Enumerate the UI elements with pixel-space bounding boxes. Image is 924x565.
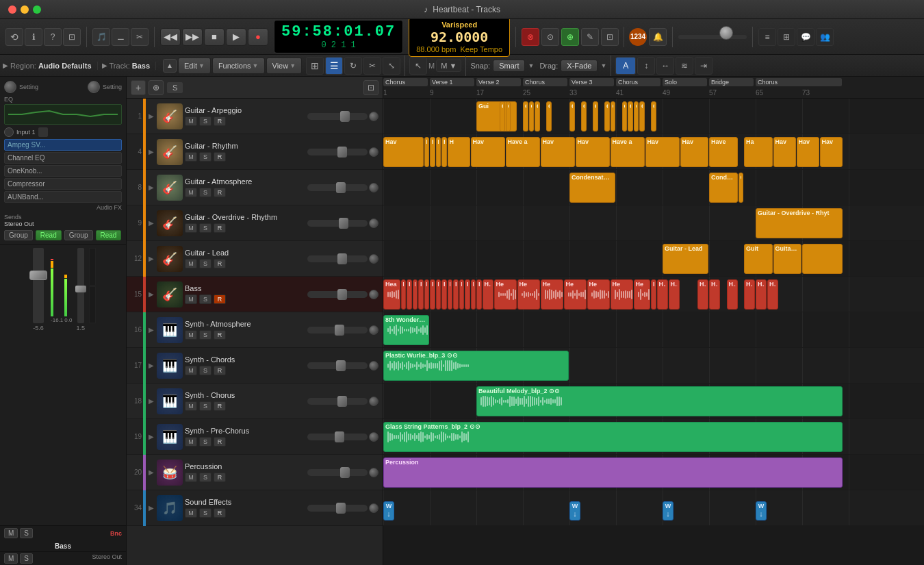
solo-button[interactable]: S: [199, 508, 211, 518]
clip[interactable]: G: [500, 101, 505, 131]
plugin-slot-2[interactable]: Channel EQ: [4, 152, 122, 164]
main-fader[interactable]: [33, 248, 44, 323]
clip[interactable]: He: [453, 279, 459, 310]
record-arm-button[interactable]: R: [214, 116, 226, 126]
clip[interactable]: Hea: [383, 279, 400, 310]
prefs-icon[interactable]: ⊡: [63, 28, 81, 46]
track-lane[interactable]: Glass String Patterns_blp_2 ⊙⊙: [383, 419, 924, 455]
mute-button[interactable]: M: [185, 259, 197, 268]
track-lane[interactable]: Plastic Wurlie_blp_3 ⊙⊙: [383, 348, 924, 384]
clip[interactable]: [802, 244, 843, 274]
track-volume-fader[interactable]: [307, 149, 368, 155]
mute-button[interactable]: M: [185, 401, 197, 411]
clip[interactable]: He: [744, 279, 755, 310]
solo-button-bottom[interactable]: S: [20, 553, 33, 564]
clip[interactable]: W↓: [569, 501, 580, 520]
clip[interactable]: Gui: [529, 101, 535, 131]
solo-button[interactable]: S: [199, 188, 211, 197]
record-arm-button[interactable]: R: [214, 330, 226, 340]
clip[interactable]: He: [465, 279, 470, 310]
loop-button[interactable]: ↻: [344, 57, 362, 75]
record-arm-button[interactable]: R: [214, 188, 226, 197]
mute-button[interactable]: M: [185, 508, 197, 518]
clip[interactable]: He: [564, 279, 587, 310]
add-icon[interactable]: ⊕: [561, 28, 579, 46]
track-pan-knob[interactable]: [369, 361, 378, 371]
clip[interactable]: Have a: [611, 137, 645, 167]
clip[interactable]: Hav: [441, 137, 447, 167]
m-dropdown[interactable]: M ▼: [436, 60, 461, 72]
autopunch-button[interactable]: A: [615, 57, 636, 75]
plugin-slot-5[interactable]: AUNBand...: [4, 191, 122, 203]
clip[interactable]: Hav: [645, 137, 680, 167]
solo-button[interactable]: S: [199, 366, 211, 375]
tuner-button[interactable]: ≋: [676, 57, 693, 75]
duplicate-track-button[interactable]: ⊕: [149, 80, 164, 95]
clip[interactable]: He: [756, 279, 767, 310]
info-icon[interactable]: ℹ: [25, 28, 42, 46]
rewind-button[interactable]: ◀◀: [160, 28, 181, 46]
grid-view-button[interactable]: ⊞: [778, 28, 795, 46]
chat-button[interactable]: 💬: [797, 28, 814, 46]
record-mode-icon[interactable]: ⊗: [522, 28, 539, 46]
clip[interactable]: Hav: [773, 137, 796, 167]
mute-button-bottom[interactable]: M: [4, 553, 18, 564]
drag-value-dropdown[interactable]: X-Fade: [561, 60, 598, 72]
track-row[interactable]: 17 ▶ 🎹 Synth - Chords M S R: [127, 348, 383, 384]
solo-button[interactable]: S: [199, 330, 211, 340]
track-expand-button[interactable]: ▶: [146, 255, 157, 262]
track-lane[interactable]: Guitar - LeadGuitGuitar - Lead: [383, 241, 924, 277]
track-expand-button[interactable]: ▶: [146, 397, 157, 405]
clip[interactable]: Guit: [744, 244, 773, 274]
clip[interactable]: Percussion: [383, 457, 843, 488]
clip[interactable]: Hav: [471, 137, 505, 167]
play-button[interactable]: ▶: [226, 28, 246, 46]
lock-track-button[interactable]: ⊡: [363, 80, 378, 95]
clip[interactable]: He: [634, 279, 651, 310]
edit-menu[interactable]: Edit ▼: [178, 58, 211, 74]
clip[interactable]: He: [401, 279, 407, 310]
scissors-track-button[interactable]: ✂: [363, 57, 381, 75]
clip[interactable]: He: [441, 279, 447, 310]
clip[interactable]: Condensator#01.3: [569, 173, 615, 203]
clip[interactable]: C: [739, 173, 744, 203]
track-arrow[interactable]: ▶: [102, 62, 107, 69]
track-row[interactable]: 15 ▶ 🎸 Bass M S R: [127, 277, 383, 312]
flex-button[interactable]: ⤡: [383, 57, 400, 75]
metronome-icon[interactable]: 🎵: [92, 28, 110, 46]
clip[interactable]: He: [424, 279, 430, 310]
clip[interactable]: He: [430, 279, 435, 310]
track-lane[interactable]: Guitar - Overdrive - Rhyt: [383, 205, 924, 241]
clip[interactable]: He: [436, 279, 441, 310]
record-arm-button[interactable]: R: [214, 223, 226, 233]
user-avatar[interactable]: 1234: [629, 28, 647, 46]
master-volume-slider[interactable]: [678, 31, 747, 43]
volume-knob[interactable]: [4, 81, 16, 93]
clip[interactable]: He: [476, 279, 482, 310]
small-fader[interactable]: [77, 248, 84, 323]
clip[interactable]: He: [669, 279, 680, 310]
clip[interactable]: W↓: [383, 501, 394, 520]
clip[interactable]: Gui: [604, 101, 610, 131]
mute-button[interactable]: M: [185, 152, 197, 162]
notification-icon[interactable]: 🔔: [649, 28, 667, 46]
scissors-icon[interactable]: ✂: [131, 28, 149, 46]
plugin-slot-4[interactable]: Compressor: [4, 178, 122, 190]
record-arm-button[interactable]: R: [214, 437, 226, 447]
clip[interactable]: He: [697, 279, 708, 310]
clip[interactable]: He: [541, 279, 563, 310]
record-arm-button[interactable]: R: [214, 473, 226, 482]
clip[interactable]: He: [767, 279, 778, 310]
track-pan-knob[interactable]: [369, 112, 378, 121]
clip[interactable]: He: [459, 279, 465, 310]
clip[interactable]: He: [709, 279, 720, 310]
track-pan-knob[interactable]: [369, 468, 378, 477]
track-pan-knob[interactable]: [369, 397, 378, 406]
track-expand-button[interactable]: ▶: [146, 112, 157, 120]
clip[interactable]: Ha: [436, 137, 441, 167]
capture-icon[interactable]: ⊡: [601, 28, 619, 46]
track-expand-button[interactable]: ▶: [146, 468, 157, 476]
solo-button[interactable]: S: [199, 116, 211, 126]
group-button[interactable]: Group: [4, 230, 33, 240]
track-expand-button[interactable]: ▶: [146, 362, 157, 369]
